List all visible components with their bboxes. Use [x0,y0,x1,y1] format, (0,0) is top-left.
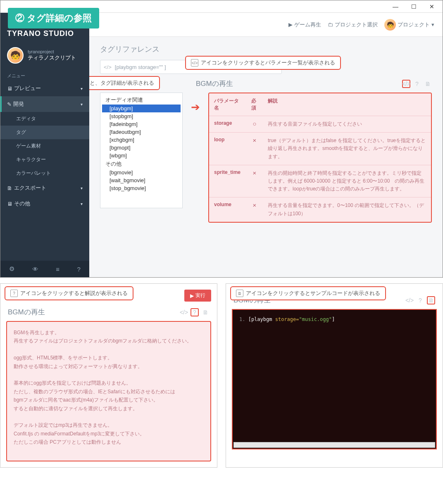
horizontal-scrollbar[interactable] [233,442,435,448]
sidebar-item-preview[interactable]: 🖥 プレビュー ▾ [0,81,89,96]
tag-item-fadeinbgm[interactable]: [fadeinbgm] [102,120,181,128]
param-row: volume × 再生する音量を指定できます。0〜100 の範囲で指定して下さい… [209,197,431,222]
callout-text: タグをクリックすると、タグ詳細が表示される [89,79,154,87]
tag-item-bgmovie[interactable]: [bgmovie] [102,169,181,176]
th-desc: 解説 [263,93,431,116]
topbar: ▶ ゲーム再生 🗀 プロジェクト選択 🧒 プロジェクト ▾ [89,13,443,37]
run-button[interactable]: ▶ 実行 [184,290,211,302]
app-body: TYRANO STUDIO 🧒 tyranoproject ティラノスクリプト … [0,13,443,277]
chevron-down-icon: ▾ [81,186,83,190]
params-icon[interactable]: </> [402,80,410,88]
code-string: "music.ogg" [299,316,332,322]
sidebar-sub-editor[interactable]: エディタ [0,112,89,126]
param-required: × [246,165,263,197]
param-name: sprite_time [209,165,246,197]
file-icon: 🗎 [7,185,14,191]
callout-sample-icon: 🗎 アイコンをクリックするとサンプルコードが表示される [230,286,386,300]
tag-item-stopbgm[interactable]: [stopbgm] [102,112,181,120]
code-icon: </> [104,64,112,70]
sample-code-icon[interactable]: 🗎 [424,80,432,88]
document-icon: 🗎 [236,290,243,297]
param-desc: 再生する音量を指定できます。0〜100 の範囲で指定して下さい。（デフォルトは1… [263,197,431,222]
callout-param-icon: </> アイコンをクリックするとパラメータ一覧が表示される [185,56,341,70]
project-menu[interactable]: 🧒 プロジェクト ▾ [384,19,434,31]
callout-text: アイコンをクリックすると解説が表示される [20,290,128,297]
param-name: storage [209,116,246,133]
tag-item-bgmopt[interactable]: [bgmopt] [102,144,181,152]
section-title: BGMの再生 [8,307,45,317]
project-avatar-icon: 🧒 [7,47,24,64]
param-row: loop × true（デフォルト）またはfalse を指定してください。tru… [209,133,431,165]
window-minimize-button[interactable]: ― [386,1,405,12]
help-icon[interactable]: ? [77,266,80,273]
bottom-panels: ▶ 実行 ? アイコンをクリックすると解説が表示される BGMの再生 </> ?… [0,283,443,468]
sample-code-icon[interactable]: 🗎 [427,296,435,304]
tag-list[interactable]: オーディオ関連 [playbgm] [stopbgm] [fadeinbgm] … [100,93,183,208]
tag-item-playbgm[interactable]: [playbgm] [102,105,181,112]
param-name: volume [209,197,246,222]
tag-detail-row: オーディオ関連 [playbgm] [stopbgm] [fadeinbgm] … [100,93,432,223]
sidebar-item-develop[interactable]: ✎ 開発 ▾ [0,96,89,112]
params-icon[interactable]: </> [180,308,188,316]
help-icon[interactable]: ? [191,308,199,316]
code-tag: ] [332,316,335,322]
monitor-icon: 🖥 [7,201,14,207]
page-title: タグリファレンス [100,44,432,54]
panel-help: ▶ 実行 ? アイコンをクリックすると解説が表示される BGMの再生 </> ?… [0,283,217,468]
sidebar-item-label: プレビュー [14,85,41,92]
tag-item-wait-bgmovie[interactable]: [wait_bgmovie] [102,176,181,184]
sidebar-item-label: 開発 [13,100,24,108]
content-area: タグリファレンス </> アイコンをクリックするとパラメータ一覧が表示される <… [89,37,443,277]
sidebar: TYRANO STUDIO 🧒 tyranoproject ティラノスクリプト … [0,13,89,277]
chevron-down-icon: ▾ [81,202,83,206]
tag-item-wbgm[interactable]: [wbgm] [102,152,181,159]
app-window: ― ☐ ✕ ② タグ詳細の参照 TYRANO STUDIO 🧒 tyranopr… [0,0,443,278]
project-select-button[interactable]: 🗀 プロジェクト選択 [328,21,378,29]
tag-item-stop-bgmovie[interactable]: [stop_bgmovie] [102,184,181,192]
params-icon[interactable]: </> [405,296,414,304]
sidebar-item-label: その他 [14,200,30,207]
menu-icon[interactable]: ≡ [56,266,60,273]
callout-text: アイコンをクリックするとサンプルコードが表示される [246,290,380,297]
edit-icon: ✎ [7,101,13,107]
sample-code-block: 1. [playbgm storage="music.ogg"] [232,309,437,449]
code-icon: </> [191,59,198,67]
sidebar-sub-tag[interactable]: タグ [0,126,89,139]
param-desc: true（デフォルト）またはfalse を指定してください。trueを指定すると… [263,133,431,165]
sidebar-sub-assets[interactable]: ゲーム素材 [0,139,89,153]
project-subtitle: tyranoproject [28,49,76,54]
sidebar-item-label: エクスポート [14,184,46,192]
sidebar-sub-character[interactable]: キャラクター [0,153,89,166]
run-label: 実行 [195,292,205,299]
menu-heading: メニュー [0,68,89,81]
param-required: × [246,133,263,165]
sidebar-item-export[interactable]: 🗎 エクスポート ▾ [0,180,89,196]
param-required: × [246,197,263,222]
tag-group-label: オーディオ関連 [102,95,181,105]
topbar-label: プロジェクト選択 [335,21,378,29]
arrow-right-icon: ➔ [191,101,200,114]
sample-code-icon[interactable]: 🗎 [201,308,210,316]
help-icon: ? [10,290,18,297]
tag-item-fadeoutbgm[interactable]: [fadeoutbgm] [102,128,181,136]
section-title: BGMの再生 [196,79,233,88]
gear-icon[interactable]: ⚙ [9,265,14,273]
code-tag: [playbgm [248,316,275,322]
callout-help-icon: ? アイコンをクリックすると解説が表示される [5,286,133,300]
documentation-text: BGMを再生します。 再生するファイルはプロジェクトフォルダのbgmフォルダに格… [6,321,211,461]
tag-item-xchgbgm[interactable]: [xchgbgm] [102,136,181,144]
sidebar-sub-palette[interactable]: カラーパレット [0,166,89,180]
param-name: loop [209,133,246,165]
project-name: ティラノスクリプト [28,55,76,61]
line-number: 1. [239,316,245,322]
help-icon[interactable]: ? [413,80,421,88]
chevron-down-icon: ▾ [81,86,83,91]
game-play-button[interactable]: ▶ ゲーム再生 [288,21,321,29]
callout-tag-click: タグをクリックすると、タグ詳細が表示される [89,76,160,90]
window-close-button[interactable]: ✕ [423,1,441,12]
help-icon[interactable]: ? [416,296,424,304]
sidebar-item-other[interactable]: 🖥 その他 ▾ [0,196,89,212]
parameter-table: パラメータ名 必須 解説 storage ○ 再生する音楽ファイルを指定してくだ… [208,93,432,223]
eye-icon[interactable]: 👁 [32,266,38,273]
window-maximize-button[interactable]: ☐ [405,1,423,12]
